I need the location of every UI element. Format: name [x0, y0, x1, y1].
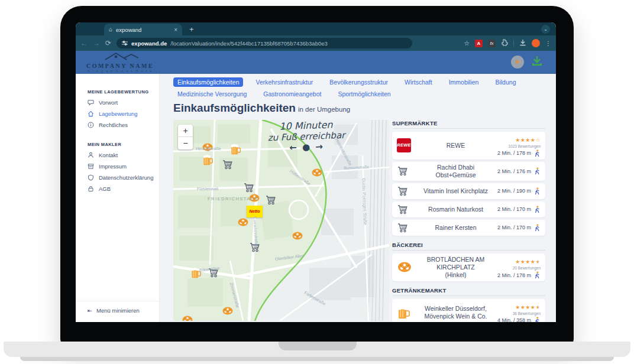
- pretzel-icon: [397, 261, 417, 273]
- distance: 2 Min. / 190 m: [497, 187, 531, 195]
- map-zoom-out-button[interactable]: −: [178, 137, 193, 150]
- map-pretzel-marker: [311, 167, 323, 178]
- download-report-icon[interactable]: [531, 55, 543, 69]
- profile-avatar[interactable]: [532, 39, 540, 47]
- app-body: MEINE LAGEBEWERTUNG Vorwort Lagebewertun…: [76, 74, 556, 322]
- list-item[interactable]: Rainer Kersten 2 Min. / 170 m: [392, 220, 545, 236]
- reload-icon[interactable]: ⟳: [105, 39, 111, 47]
- list-item[interactable]: Vitamin Insel Kirchplatz 2 Min. / 190 m: [392, 183, 545, 199]
- map-zoom-in-button[interactable]: +: [178, 125, 193, 137]
- poi-name: Vitamin Insel Kirchplatz: [417, 187, 494, 195]
- map-pretzel-marker: [182, 314, 193, 321]
- tab-gastronomieangebot[interactable]: Gastronomieangebot: [259, 89, 325, 99]
- forward-icon[interactable]: →: [93, 39, 100, 47]
- street-label: Herzogstraße: [196, 147, 221, 151]
- section-title-supermaerkte: SUPERMÄRKTE: [392, 120, 545, 129]
- map-zoom-control: + −: [178, 125, 193, 150]
- bookmark-star-icon[interactable]: ☆: [464, 40, 470, 47]
- list-item-getraenkemarkt[interactable]: Weinkeller Düsseldorf,Mövenpick Wein & C…: [392, 299, 545, 322]
- browser-tabbar: ⌂ expowand × + ⌄: [76, 22, 556, 35]
- list-item-baeckerei[interactable]: BROTLÄDCHEN AM KIRCHPLATZ(Hinkel) ★★★★★ …: [392, 254, 545, 281]
- tab-sportmoeglichkeiten[interactable]: Sportmöglichkeiten: [334, 89, 394, 99]
- map-annotation: 10 Minuten zu Fuß erreichbar ← ● →: [244, 120, 369, 155]
- laptop-base-foot: [20, 357, 614, 361]
- cart-icon: [397, 186, 417, 197]
- tab-einkaufsmoeglichkeiten[interactable]: Einkaufsmöglichkeiten: [173, 77, 243, 87]
- sidebar-item-impressum[interactable]: Impressum: [88, 162, 159, 170]
- new-tab-button[interactable]: +: [189, 25, 194, 34]
- pdf-extension-icon[interactable]: A: [475, 40, 483, 47]
- home-icon: [88, 110, 94, 117]
- poi-name: Rainer Kersten: [417, 224, 494, 232]
- cart-icon: [397, 165, 417, 177]
- roof-logo-icon: [95, 52, 145, 60]
- collapse-icon: ⇤: [88, 307, 92, 314]
- sidebar-section-title: MEIN MAKLER: [88, 142, 159, 147]
- tab-bevoelkerungsstruktur[interactable]: Bevölkerungsstruktur: [325, 77, 392, 87]
- downloads-icon[interactable]: [519, 38, 526, 48]
- back-icon[interactable]: ←: [80, 39, 88, 47]
- walking-icon: [534, 271, 541, 279]
- browser-tab[interactable]: ⌂ expowand ×: [104, 24, 182, 35]
- page-title: Einkaufsmöglichkeitenin der Umgebung: [173, 102, 350, 115]
- tab-medizinische-versorgung[interactable]: Medizinische Versorgung: [173, 89, 251, 99]
- poi-name: REWE: [417, 142, 494, 150]
- street-label: Fürstenwall: [197, 187, 218, 191]
- list-item-rewe[interactable]: REWE REWE ★★★★☆ 1023 Bewertungen 2 Min. …: [392, 132, 545, 160]
- tab-title: expowand: [116, 27, 170, 33]
- tab-bildung[interactable]: Bildung: [491, 77, 520, 87]
- map-beer-marker: [229, 144, 241, 155]
- app-header: COMPANY NAME S l o g a n G o e s H e r e…: [76, 51, 556, 74]
- home-favicon-icon: ⌂: [109, 27, 112, 32]
- browser-menu-icon[interactable]: ⋮: [545, 40, 551, 47]
- tab-close-icon[interactable]: ×: [174, 27, 177, 33]
- company-slogan: S l o g a n G o e s H e r e: [82, 69, 158, 73]
- toolbar-divider: [513, 40, 514, 47]
- distance: 4 Min. / 358 m: [497, 316, 531, 322]
- theme-sun-icon[interactable]: ☀: [511, 56, 524, 69]
- extensions-puzzle-icon[interactable]: [501, 38, 508, 48]
- category-tabs: Einkaufsmöglichkeiten Verkehrsinfrastruk…: [173, 77, 546, 99]
- tab-immobilien[interactable]: Immobilien: [445, 77, 483, 87]
- walking-icon: [534, 167, 541, 175]
- walking-icon: [534, 317, 541, 322]
- browser-toolbar: ← → ⟳ expowand.de/locationValuation/inde…: [76, 35, 556, 51]
- review-count: 36 Bewertungen: [494, 311, 541, 316]
- tab-search-button[interactable]: ⌄: [541, 25, 550, 34]
- sidebar-section-title: MEINE LAGEBEWERTUNG: [88, 89, 159, 95]
- distance: 2 Min. / 176 m: [497, 167, 531, 176]
- review-count: 1023 Bewertungen: [494, 144, 541, 149]
- person-icon: [88, 152, 94, 158]
- map[interactable]: + − 10 Minuten zu Fuß erreichbar ← ● → N…: [173, 120, 389, 321]
- rewe-logo: REWE: [397, 138, 411, 152]
- shield-icon: [88, 174, 94, 181]
- url-domain: expowand.de: [131, 40, 167, 47]
- sidebar-item-rechtliches[interactable]: Rechtliches: [88, 121, 159, 129]
- map-cart-marker: [222, 159, 234, 171]
- poi-name: Rachid Dhabi Obst+Gemüse: [417, 164, 494, 179]
- poi-name: BROTLÄDCHEN AM KIRCHPLATZ(Hinkel): [417, 256, 494, 279]
- fx-extension-icon[interactable]: fx: [488, 40, 496, 47]
- sidebar-item-lagebewertung[interactable]: Lagebewertung: [88, 109, 159, 118]
- menu-minimize-button[interactable]: ⇤ Menü minimieren: [76, 301, 159, 322]
- list-item[interactable]: Rachid Dhabi Obst+Gemüse 2 Min. / 176 m: [392, 162, 545, 181]
- list-item[interactable]: Rosmarin Naturkost 2 Min. / 170 m: [392, 202, 545, 217]
- sidebar-item-agb[interactable]: AGB: [88, 184, 159, 193]
- sidebar-item-vorwort[interactable]: Vorwort: [88, 98, 159, 106]
- distance: 2 Min. / 178 m: [497, 271, 531, 280]
- sidebar: MEINE LAGEBEWERTUNG Vorwort Lagebewertun…: [76, 74, 160, 322]
- company-name: COMPANY NAME: [82, 63, 158, 69]
- address-bar[interactable]: expowand.de/locationValuation/index/542f…: [117, 38, 412, 48]
- walking-icon: [534, 206, 541, 213]
- archive-icon: [88, 163, 94, 170]
- street-label: FRIEDRICHSTADT: [208, 196, 258, 202]
- site-info-icon[interactable]: [122, 40, 128, 46]
- url-path: /locationValuation/index/542f44bc17135bf…: [170, 40, 328, 47]
- sidebar-item-datenschutz[interactable]: Datenschutzerklärung: [88, 173, 159, 181]
- sidebar-item-kontakt[interactable]: Kontakt: [88, 151, 159, 159]
- map-pretzel-marker: [237, 216, 249, 228]
- tab-verkehrsinfrastruktur[interactable]: Verkehrsinfrastruktur: [251, 77, 317, 87]
- map-pretzel-marker: [292, 230, 303, 242]
- tab-wirtschaft[interactable]: Wirtschaft: [400, 77, 436, 87]
- star-rating: ★★★★★: [515, 304, 541, 310]
